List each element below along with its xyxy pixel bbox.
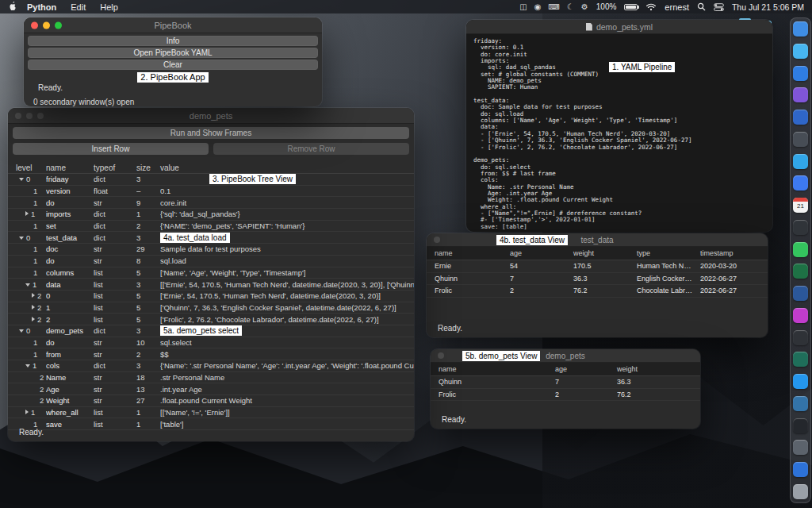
status-icon-2[interactable]: ◉ [534, 2, 542, 11]
dock-app-7[interactable] [793, 154, 808, 169]
dock-app-13[interactable] [793, 286, 808, 301]
close-button[interactable] [438, 352, 444, 359]
disclosure-collapsed-icon[interactable] [25, 211, 29, 216]
column-weight[interactable]: weight [573, 249, 637, 257]
dock-app-16[interactable] [793, 352, 808, 367]
tree-row-version[interactable]: 1versionfloat–0.1 [8, 186, 414, 198]
tree-row-from[interactable]: 1fromstr2$$ [8, 348, 414, 360]
run-and-show-frames-button[interactable]: Run and Show Frames [13, 127, 409, 139]
dock-app-11[interactable] [793, 242, 808, 257]
table-row[interactable]: Qhuinn736.3 [431, 376, 700, 389]
tree-row-data[interactable]: 1datalist3[['Ernie', 54, 170.5, 'Human T… [8, 279, 414, 291]
disclosure-expanded-icon[interactable] [25, 364, 30, 368]
open-pipebook-yaml-button[interactable]: Open PipeBook YAML [28, 48, 318, 58]
dock-app-20[interactable] [793, 440, 808, 455]
test-data-titlebar[interactable]: 4b. test_data View test_data [427, 233, 768, 247]
dock-app-3[interactable] [793, 66, 808, 81]
disclosure-collapsed-icon[interactable] [32, 317, 35, 321]
dock-app-18[interactable] [793, 396, 808, 411]
dock-trash-icon[interactable] [793, 484, 808, 499]
dock-app-4[interactable] [793, 87, 808, 102]
status-icon-5[interactable]: ⚙ [581, 2, 588, 11]
clear-button[interactable]: Clear [28, 60, 318, 70]
status-icon-3[interactable]: ⌨ [548, 2, 559, 11]
column-size[interactable]: size [136, 164, 160, 172]
column-name[interactable]: name [46, 164, 94, 172]
status-icon-1[interactable]: ◫ [519, 2, 527, 11]
zoom-button[interactable] [55, 21, 62, 29]
column-weight[interactable]: weight [617, 365, 700, 373]
close-button[interactable] [15, 113, 21, 119]
tree-row-cols[interactable]: 1colsdict3{'Name': '.str Personal Name',… [8, 360, 414, 372]
minimize-button[interactable] [26, 113, 33, 119]
menu-python[interactable]: Python [20, 2, 63, 12]
info-button[interactable]: Info [28, 36, 318, 46]
tree-row-set[interactable]: 1setdict2{'NAME': 'demo_pets', 'SAPIENT'… [8, 221, 414, 233]
dock-app-21[interactable] [793, 462, 808, 477]
dock-app-5[interactable] [793, 110, 808, 125]
dock-app-8[interactable] [793, 175, 808, 190]
menubar-clock[interactable]: Thu Jul 21 5:06 PM [732, 2, 804, 12]
tree-row-do[interactable]: 1dostr9core.init [8, 197, 414, 209]
menu-edit[interactable]: Edit [63, 2, 93, 12]
column-name[interactable]: name [435, 249, 510, 257]
column-typeof[interactable]: typeof [94, 164, 136, 172]
tree-row-test_data[interactable]: 0test_datadict34a. test_data load [8, 232, 414, 244]
tree-row-Name[interactable]: 2Namestr18.str Personal Name [8, 372, 414, 384]
dock-app-1[interactable] [793, 21, 808, 37]
dock-app-17[interactable] [793, 374, 808, 389]
disclosure-expanded-icon[interactable] [19, 237, 24, 240]
column-name[interactable]: name [439, 365, 555, 373]
column-value[interactable]: value [160, 164, 414, 172]
tree-row-do[interactable]: 1dostr8sql.load [8, 256, 414, 267]
table-row[interactable]: Frolic276.2 [431, 389, 700, 402]
disclosure-collapsed-icon[interactable] [32, 293, 35, 298]
apple-menu[interactable] [8, 2, 17, 12]
insert-row-button[interactable]: Insert Row [13, 143, 209, 155]
column-age[interactable]: age [510, 249, 573, 257]
dock-app-6[interactable] [793, 132, 808, 147]
tree-row-fridaay[interactable]: 0fridaaydict33. PipeBook Tree View [8, 174, 414, 186]
dock-app-19[interactable] [793, 418, 808, 433]
table-row[interactable]: Qhuinn736.3English Cocker Spaniel2022-06… [427, 273, 768, 286]
menu-help[interactable]: Help [93, 2, 125, 12]
column-timestamp[interactable]: timestamp [700, 249, 768, 257]
dock-app-15[interactable] [793, 330, 808, 345]
status-icon-4[interactable]: ☾ [567, 2, 574, 11]
tree-row-columns[interactable]: 1columnslist5['Name', 'Age', 'Weight', '… [8, 267, 414, 279]
dock-app-10[interactable] [793, 220, 808, 235]
dock-calendar[interactable]: 21 [793, 198, 808, 213]
tree-row-1[interactable]: 21list5['Qhuinn', 7, 36.3, 'English Cock… [8, 302, 414, 314]
dock-app-12[interactable] [793, 264, 808, 279]
disclosure-expanded-icon[interactable] [19, 178, 24, 181]
user-name[interactable]: ernest [665, 2, 689, 12]
tree-row-where_all[interactable]: 1where_alllist1[['Name', '!=', 'Ernie']] [8, 407, 414, 419]
pipebook-titlebar[interactable]: PipeBook [24, 17, 322, 33]
wifi-icon[interactable] [645, 3, 657, 11]
dock-app-2[interactable] [793, 44, 808, 59]
tree-row-0[interactable]: 20list5['Ernie', 54, 170.5, 'Human Tech … [8, 291, 414, 302]
disclosure-collapsed-icon[interactable] [25, 410, 29, 414]
tree-row-Weight[interactable]: 2Weightstr27.float.pound Current Weight [8, 395, 414, 407]
tree-row-imports[interactable]: 1importsdict1{'sql': 'dad_sql_pandas'} [8, 209, 414, 221]
zoom-button[interactable] [37, 113, 44, 119]
column-type[interactable]: type [637, 249, 700, 257]
close-button[interactable] [31, 21, 38, 29]
table-row[interactable]: Frolic276.2Chocolate Labrador2022-06-27 [427, 285, 768, 298]
table-row[interactable]: Ernie54170.5Human Tech Nerd2020-03-20 [427, 260, 768, 273]
tree-row-save[interactable]: 1savelist1['table'] [8, 418, 414, 430]
yaml-titlebar[interactable]: demo_pets.yml [466, 20, 772, 34]
disclosure-expanded-icon[interactable] [19, 329, 24, 333]
tree-titlebar[interactable]: demo_pets [8, 108, 414, 124]
spotlight-search-icon[interactable] [697, 2, 706, 11]
tree-row-doc[interactable]: 1docstr29Sample data for test purposes [8, 244, 414, 256]
minimize-button[interactable] [43, 21, 50, 29]
column-age[interactable]: age [555, 365, 617, 373]
tree-row-2[interactable]: 22list5['Frolic', 2, 76.2, 'Chocolate La… [8, 314, 414, 325]
close-button[interactable] [434, 237, 440, 243]
dock-app-14[interactable] [793, 308, 808, 323]
tree-row-do[interactable]: 1dostr10sql.select [8, 337, 414, 349]
column-level[interactable]: level [16, 164, 46, 172]
demo-pets-titlebar[interactable]: 5b. demo_pets View demo_pets [431, 349, 700, 363]
disclosure-expanded-icon[interactable] [25, 283, 30, 287]
